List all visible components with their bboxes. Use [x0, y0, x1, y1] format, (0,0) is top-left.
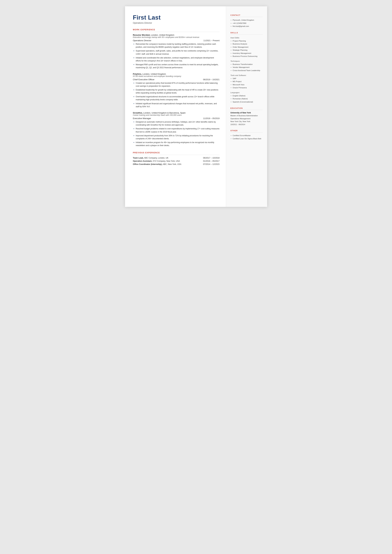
- edu-degree: Master of Business Administration: [231, 114, 263, 117]
- bullet-3-3: Improved department productivity from 30…: [133, 134, 220, 140]
- prev-exp-bold-2: Operation Assistant,: [133, 160, 152, 162]
- prev-exp-bold-3: Office Coordinator (Internship),: [133, 163, 162, 165]
- contact-header: CONTACT: [231, 14, 263, 17]
- tools-category: Tools and Software:: [231, 74, 263, 76]
- other-list: Certified ScrumMaster Certified Lean Six…: [231, 134, 263, 140]
- hard-skill-1: Project Planning: [231, 40, 263, 43]
- role-title-3: Executive Manager: [133, 117, 151, 119]
- hard-skill-4: Strategic Planning: [231, 49, 263, 52]
- bullet-list-1: Reinvented the company's business model …: [133, 43, 220, 69]
- contact-phone: +44 1234567890: [231, 22, 263, 25]
- company-subtitle-1: Education technology startup with 50+ em…: [133, 36, 220, 38]
- company-name-rest-1: London, United Kingdom: [150, 34, 174, 36]
- bullet-2-3: Overhauled organizational structures to …: [133, 95, 220, 101]
- languages-category: Languages:: [231, 91, 263, 93]
- full-name: First Last: [133, 14, 220, 21]
- company-subtitle-2: NYSE-listed recruitment and employer bra…: [133, 75, 220, 77]
- role-row-1: Operations Director 11/2021 – Present: [133, 39, 220, 42]
- bullet-1-1: Reinvented the company's business model …: [133, 43, 220, 49]
- education-block: University of New York Master of Busines…: [231, 112, 263, 126]
- tool-1: SAP: [231, 77, 263, 80]
- role-dates-2: 06/2019 – 10/2021: [203, 78, 219, 81]
- edu-dates: 10/2011 - 06/2014: [231, 123, 263, 126]
- prev-exp-row-2: Operation Assistant, XYZ Company, New Yo…: [133, 160, 220, 162]
- bullet-2-1: Created an operational policy that boost…: [133, 82, 220, 88]
- language-1: English (Native): [231, 94, 263, 98]
- education-header: EDUCATION: [231, 107, 263, 110]
- company-block-3: Growthsi, London, United Kingdom & Barce…: [133, 112, 220, 147]
- bullet-3-2: Resolved budget problems related to over…: [133, 127, 220, 133]
- resume-page: First Last Operations Director WORK EXPE…: [125, 6, 267, 207]
- contact-email: first.last@gmail.com: [231, 25, 263, 28]
- hard-skill-6: Business Process Outsourcing: [231, 55, 263, 58]
- tool-4: Oracle Primavera: [231, 86, 263, 89]
- hard-skill-2: Business Analysis: [231, 42, 263, 46]
- company-name-bold-2: Polyhire,: [133, 73, 142, 75]
- bullet-3-4: Initiated an incentive program for 49+ t…: [133, 141, 220, 147]
- left-column: First Last Operations Director WORK EXPE…: [125, 6, 226, 207]
- bullet-1-2: Supervised operations, staff growth, sal…: [133, 49, 220, 56]
- company-name-2: Polyhire, London, United Kingdom: [133, 73, 220, 75]
- prev-exp-left-3: Office Coordinator (Internship), ABC, Ne…: [133, 163, 182, 165]
- techniques-list: Business Transformation Vendor Managemen…: [231, 63, 263, 72]
- technique-2: Vendor Management: [231, 66, 263, 69]
- company-subtitle-3: Career training and membership SaaS with…: [133, 114, 220, 116]
- prev-exp-left-1: Team Lead, ABC Company, London, UK: [133, 157, 168, 159]
- job-title: Operations Director: [133, 22, 220, 24]
- language-2: Romanian (Native): [231, 97, 263, 100]
- right-column: CONTACT Plymouth, United Kingdom +44 123…: [226, 6, 267, 207]
- techniques-category: Techniques:: [231, 60, 263, 62]
- company-name-rest-2: London, United Kingdom: [142, 73, 166, 75]
- role-row-2: Chief Executive Officer 06/2019 – 10/202…: [133, 78, 220, 81]
- company-name-3: Growthsi, London, United Kingdom & Barce…: [133, 112, 220, 114]
- language-3: Spanish (Conversational): [231, 100, 263, 104]
- role-dates-3: 11/2018 – 05/2019: [203, 117, 219, 119]
- bullet-1-3: Initiated and coordinated the site selec…: [133, 56, 220, 62]
- company-name-rest-3: London, United Kingdom & Barcelona, Spai…: [143, 112, 186, 114]
- contact-location: Plymouth, United Kingdom: [231, 19, 263, 22]
- bullet-1-4: Managed RW's profit and loss centers acr…: [133, 63, 220, 69]
- prev-exp-rest-2: XYZ Company, New York, USA: [152, 160, 180, 162]
- hard-skill-5: Inventory Management: [231, 52, 263, 55]
- name-block: First Last Operations Director: [133, 14, 220, 24]
- prev-exp-date-1: 06/2017 – 10/2018: [200, 157, 219, 159]
- skills-header: SKILLS: [231, 32, 263, 35]
- tool-2: MS Project: [231, 80, 263, 83]
- prev-exp-rest-1: ABC Company, London, UK: [144, 157, 168, 159]
- tool-3: Microsoft Visio: [231, 83, 263, 86]
- bullet-3-1: Designed an automatic method to process …: [133, 120, 220, 126]
- role-row-3: Executive Manager 11/2018 – 05/2019: [133, 117, 220, 119]
- technique-1: Business Transformation: [231, 63, 263, 66]
- role-dates-1: 11/2021 – Present: [203, 40, 219, 42]
- company-block-1: Resume Worded, London, United Kingdom Ed…: [133, 34, 220, 69]
- bullet-list-2: Created an operational policy that boost…: [133, 82, 220, 108]
- hard-skills-list: Project Planning Business Analysis Order…: [231, 40, 263, 58]
- hard-skills-category: Hard Skills:: [231, 37, 263, 39]
- company-block-2: Polyhire, London, United Kingdom NYSE-li…: [133, 73, 220, 108]
- other-header: OTHER: [231, 130, 263, 133]
- previous-experience-header: PREVIOUS EXPERIENCE: [133, 152, 220, 155]
- bullet-2-4: Initiated significant financial and orga…: [133, 102, 220, 108]
- bullet-2-2: Established leadership for growth by col…: [133, 88, 220, 94]
- company-name-1: Resume Worded, London, United Kingdom: [133, 34, 220, 36]
- edu-school: University of New York: [231, 112, 263, 114]
- prev-exp-date-2: 01/2016 – 05/2017: [200, 160, 219, 162]
- contact-list: Plymouth, United Kingdom +44 1234567890 …: [231, 19, 263, 28]
- edu-location: New York City, New York: [231, 120, 263, 123]
- languages-list: English (Native) Romanian (Native) Spani…: [231, 94, 263, 104]
- other-2: Certified Lean Six Sigma Black Belt: [231, 137, 263, 140]
- prev-exp-bold-1: Team Lead,: [133, 157, 144, 159]
- technique-3: Cross-functional Team Leadership: [231, 69, 263, 72]
- work-experience-header: WORK EXPERIENCE: [133, 28, 220, 32]
- bullet-list-3: Designed an automatic method to process …: [133, 120, 220, 147]
- prev-exp-date-3: 07/2014 – 12/2015: [200, 163, 219, 165]
- company-name-bold-3: Growthsi,: [133, 112, 143, 114]
- role-title-2: Chief Executive Officer: [133, 78, 154, 81]
- prev-exp-row-1: Team Lead, ABC Company, London, UK 06/20…: [133, 157, 220, 159]
- tools-list: SAP MS Project Microsoft Visio Oracle Pr…: [231, 77, 263, 89]
- edu-field: Operations Management: [231, 117, 263, 120]
- hard-skill-3: Order Management: [231, 46, 263, 49]
- company-name-bold-1: Resume Worded,: [133, 34, 150, 36]
- prev-exp-left-2: Operation Assistant, XYZ Company, New Yo…: [133, 160, 180, 162]
- prev-exp-rest-3: ABC, New York, USA: [162, 163, 182, 165]
